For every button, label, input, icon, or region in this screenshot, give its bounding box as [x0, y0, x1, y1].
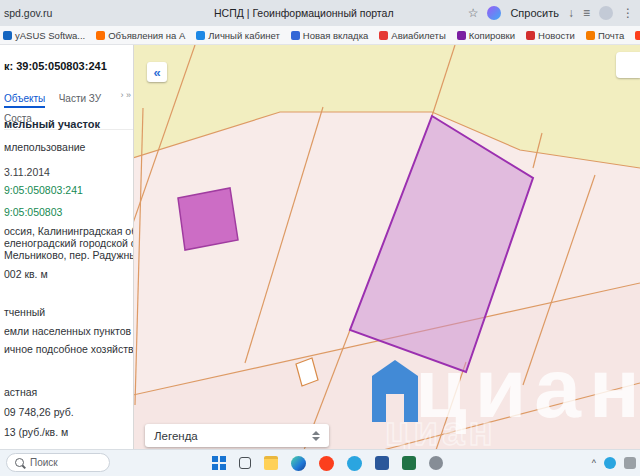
selected-parcel[interactable]	[178, 188, 238, 250]
search-query: к: 39:05:050803:241	[4, 60, 107, 72]
task-view-icon[interactable]	[239, 457, 251, 469]
bookmark-item[interactable]: Объявления на А	[96, 30, 185, 41]
bookmark-favicon	[379, 31, 388, 40]
bookmark-label: Почта	[598, 30, 624, 41]
system-tray	[592, 450, 636, 476]
chevron-down-icon[interactable]	[312, 437, 320, 441]
screen: spd.gov.ru НСПД | Геоинформационный порт…	[0, 0, 640, 476]
ask-button[interactable]: Спросить	[510, 7, 559, 19]
address-url[interactable]: spd.gov.ru	[4, 7, 52, 19]
bookmark-favicon	[291, 31, 300, 40]
bookmark-item[interactable]: Личный кабинет	[196, 30, 279, 41]
legend-expand-control[interactable]	[312, 431, 320, 441]
alice-icon[interactable]	[487, 6, 501, 20]
field-area: 002 кв. м	[4, 268, 48, 280]
field-address-line-1: оссия, Калининградская обл.,	[4, 225, 134, 237]
edge-browser-icon[interactable]	[291, 456, 306, 471]
map-area[interactable]: циан циан « Легенда	[133, 45, 640, 450]
taskbar-search[interactable]: Поиск	[6, 453, 110, 472]
bookmark-item[interactable]: Новости	[526, 30, 575, 41]
bookmark-item[interactable]: Яндекс	[635, 30, 640, 41]
windows-start-icon[interactable]	[212, 456, 226, 470]
info-panel: к: 39:05:050803:241 Объекты Части ЗУ Сос…	[0, 45, 134, 450]
taskbar-search-label: Поиск	[30, 457, 58, 468]
tray-app-icon[interactable]	[604, 457, 616, 469]
field-address-line-2: еленоградский городской округ,	[4, 237, 134, 249]
word-icon[interactable]	[375, 456, 389, 470]
excel-icon[interactable]	[402, 456, 416, 470]
bookmark-star-icon[interactable]	[468, 7, 479, 19]
yandex-browser-icon[interactable]	[319, 456, 334, 471]
bookmark-label: Новая вкладка	[303, 30, 368, 41]
telegram-icon[interactable]	[347, 456, 362, 471]
field-cadastral-number[interactable]: 9:05:050803:241	[4, 184, 83, 196]
panel-collapse-button[interactable]: «	[147, 62, 167, 82]
bookmarks-bar: yASUS Softwa... Объявления на А Личный к…	[0, 26, 640, 45]
taskbar: Поиск	[0, 449, 640, 476]
bookmark-item[interactable]: Новая вкладка	[291, 30, 368, 41]
chevron-up-icon[interactable]	[312, 431, 320, 435]
field-cadastral-quarter[interactable]: 9:05:050803	[4, 206, 62, 218]
field-date: 3.11.2014	[4, 166, 50, 178]
tab-title[interactable]: НСПД | Геоинформационный портал	[214, 7, 394, 19]
field-land-category: емли населенных пунктов	[4, 325, 131, 337]
legend-panel[interactable]: Легенда	[145, 424, 329, 447]
tabs-scroll-icon[interactable]	[120, 90, 131, 100]
bookmark-label: Объявления на А	[108, 30, 185, 41]
bookmark-label: Копировки	[469, 30, 515, 41]
bookmark-favicon	[526, 31, 535, 40]
field-cadastral-value: 09 748,26 руб.	[4, 406, 74, 418]
browser-topbar: spd.gov.ru НСПД | Геоинформационный порт…	[0, 0, 640, 26]
field-permitted-use: ичное подсобное хозяйство	[4, 343, 134, 355]
field-accuracy-status: тченный	[4, 306, 45, 318]
map-control-partial[interactable]	[616, 52, 640, 78]
bookmark-favicon	[3, 31, 12, 40]
menu-icon[interactable]	[622, 7, 634, 19]
search-icon	[15, 458, 24, 467]
field-ownership-form: астная	[4, 386, 37, 398]
bookmark-label: yASUS Softwa...	[15, 30, 85, 41]
bookmark-item[interactable]: Почта	[586, 30, 624, 41]
settings-icon[interactable]	[429, 456, 443, 470]
field-specific-value: 13 (руб./кв. м	[4, 426, 68, 438]
sidebar-panels-icon[interactable]	[583, 7, 590, 19]
field-address-line-3: Мельниково, пер. Радужный, 11	[4, 249, 134, 261]
download-icon[interactable]	[568, 7, 574, 19]
bookmark-label: Личный кабинет	[208, 30, 279, 41]
file-explorer-icon[interactable]	[264, 456, 278, 470]
field-object-type: мельный участок	[4, 118, 100, 130]
bookmark-favicon	[457, 31, 466, 40]
tab-parts[interactable]: Части ЗУ	[59, 93, 101, 104]
bookmark-item[interactable]: Авиабилеты	[379, 30, 445, 41]
watermark-outline-text: циан	[385, 409, 497, 450]
bookmark-label: Авиабилеты	[391, 30, 445, 41]
tray-status-icon[interactable]	[624, 457, 636, 469]
bookmark-item[interactable]: yASUS Softwa...	[3, 30, 85, 41]
bookmark-favicon	[96, 31, 105, 40]
browser-controls: Спросить	[468, 0, 634, 26]
taskbar-icons	[212, 453, 443, 473]
legend-label: Легенда	[154, 430, 198, 442]
bookmark-favicon	[635, 31, 640, 40]
bookmark-label: Новости	[538, 30, 575, 41]
profile-avatar[interactable]	[599, 6, 613, 20]
tab-objects[interactable]: Объекты	[4, 93, 45, 108]
bookmark-favicon	[586, 31, 595, 40]
bookmark-item[interactable]: Копировки	[457, 30, 515, 41]
tray-chevron-icon[interactable]	[592, 458, 596, 468]
bookmark-favicon	[196, 31, 205, 40]
field-land-use: млепользование	[4, 141, 85, 153]
